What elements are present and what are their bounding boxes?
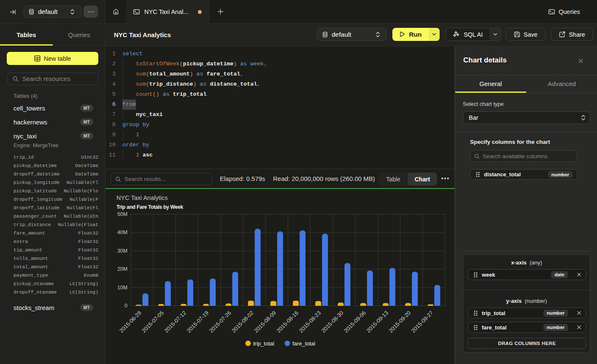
- svg-text:2015-09-20: 2015-09-20: [388, 310, 412, 334]
- svg-text:40M: 40M: [117, 229, 127, 235]
- svg-text:50M: 50M: [117, 211, 127, 217]
- svg-text:2015-08-16: 2015-08-16: [276, 310, 300, 334]
- svg-text:2015-07-26: 2015-07-26: [208, 310, 232, 334]
- svg-text:30M: 30M: [117, 248, 127, 254]
- svg-text:2015-09-27: 2015-09-27: [410, 310, 435, 334]
- svg-text:2015-09-06: 2015-09-06: [343, 310, 367, 334]
- svg-text:20M: 20M: [117, 266, 127, 272]
- svg-text:2015-07-12: 2015-07-12: [163, 310, 187, 334]
- svg-text:2015-08-09: 2015-08-09: [253, 310, 277, 334]
- svg-text:trip_total: trip_total: [253, 340, 274, 347]
- svg-text:0: 0: [124, 303, 127, 309]
- svg-text:2015-08-23: 2015-08-23: [298, 310, 322, 334]
- svg-text:2015-08-30: 2015-08-30: [320, 310, 345, 334]
- svg-text:fare_total: fare_total: [292, 340, 315, 347]
- svg-text:2015-06-28: 2015-06-28: [118, 310, 143, 334]
- svg-text:2015-07-05: 2015-07-05: [140, 310, 165, 334]
- svg-text:10M: 10M: [117, 285, 127, 291]
- svg-text:2015-07-19: 2015-07-19: [186, 310, 210, 334]
- svg-text:2015-08-02: 2015-08-02: [230, 310, 255, 334]
- svg-text:2015-09-13: 2015-09-13: [365, 310, 389, 334]
